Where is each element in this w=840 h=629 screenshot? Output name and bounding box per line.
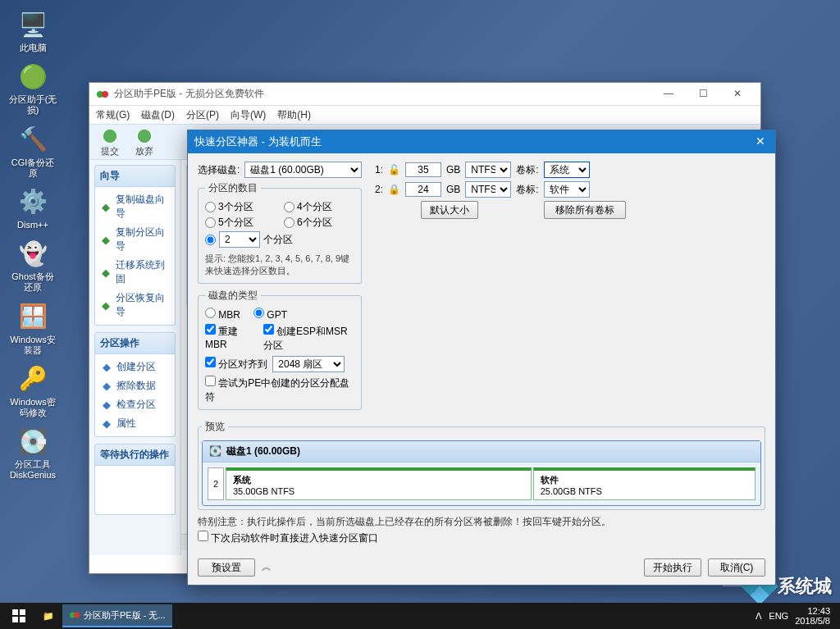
sidebar-group-wizard-title: 向导 <box>94 165 176 187</box>
checkbox-align[interactable]: 分区对齐到 <box>205 357 267 371</box>
sidebar-item[interactable]: ◆创建分区 <box>98 358 171 376</box>
lock-icon[interactable]: 🔒 <box>388 184 400 195</box>
desktop-icons: 🖥️此电脑🟢分区助手(无损)🔨CGI备份还原⚙️Dism++👻Ghost备份还原… <box>8 8 57 481</box>
close-button[interactable]: ✕ <box>721 85 754 103</box>
sidebar-item-icon: ◆ <box>100 233 112 246</box>
svg-rect-5 <box>20 609 25 615</box>
tray-time: 12:43 <box>795 606 830 616</box>
radio-mbr[interactable]: MBR <box>205 308 240 321</box>
desktop-icon-1[interactable]: 🟢分区助手(无损) <box>8 60 57 116</box>
preset-button[interactable]: 预设置 <box>198 558 255 577</box>
partition-2-size-input[interactable] <box>405 182 441 197</box>
sidebar-item[interactable]: ◆迁移系统到固 <box>98 256 171 289</box>
dialog-title: 快速分区神器 - 为装机而生 <box>194 134 752 149</box>
sidebar-group-partition-title: 分区操作 <box>94 332 176 354</box>
sidebar-item-label: 擦除数据 <box>116 379 156 393</box>
sidebar-item-label: 分区恢复向导 <box>116 291 170 319</box>
sidebar-item[interactable]: ◆擦除数据 <box>98 376 171 395</box>
svg-point-2 <box>103 129 117 144</box>
checkbox-auto-open[interactable]: 下次启动软件时直接进入快速分区窗口 <box>198 532 378 544</box>
sidebar-item[interactable]: ◆复制磁盘向导 <box>98 190 171 223</box>
align-value-select[interactable]: 2048 扇区 <box>272 356 345 372</box>
dialog-close-button[interactable]: ✕ <box>752 134 769 149</box>
menu-item-0[interactable]: 常规(G) <box>96 108 130 122</box>
start-button[interactable]: 开始执行 <box>644 558 701 577</box>
partition-1-label-select[interactable]: 系统 <box>544 162 590 178</box>
sidebar-group-pending-title: 等待执行的操作 <box>94 444 176 466</box>
preview-disk-header: 💽 磁盘1 (60.00GB) <box>203 441 760 463</box>
menubar: 常规(G)磁盘(D)分区(P)向导(W)帮助(H) <box>89 106 760 124</box>
partition-count-group: 分区的数目 3个分区 4个分区 5个分区 6个分区 2 个分区 提示: 您能按1… <box>198 181 362 284</box>
select-disk-label: 选择磁盘: <box>198 163 240 177</box>
svg-point-1 <box>102 91 108 98</box>
sidebar-item[interactable]: ◆分区恢复向导 <box>98 289 171 321</box>
sidebar-item[interactable]: ◆检查分区 <box>98 395 171 414</box>
partition-2-fs-select[interactable]: NTFS <box>465 181 511 198</box>
toolbar-commit-button[interactable]: 提交 <box>96 125 124 159</box>
checkbox-pe-drive[interactable]: 尝试为PE中创建的分区分配盘符 <box>205 377 349 403</box>
radio-6-partitions[interactable]: 6个分区 <box>284 216 354 230</box>
radio-custom-partitions[interactable]: 2 个分区 <box>205 231 354 248</box>
radio-gpt[interactable]: GPT <box>253 308 287 321</box>
start-button[interactable] <box>3 603 34 629</box>
tray-chevron-icon[interactable]: ᐱ <box>756 611 762 622</box>
default-size-button[interactable]: 默认大小 <box>421 201 478 219</box>
partition-1-fs-select[interactable]: NTFS <box>465 162 511 178</box>
tray-lang[interactable]: ENG <box>769 611 788 621</box>
app-icon <box>69 609 80 621</box>
sidebar-item-label: 复制磁盘向导 <box>116 193 170 221</box>
icon-image: 🔑 <box>16 362 49 395</box>
desktop-icon-6[interactable]: 🔑Windows密码修改 <box>8 362 57 418</box>
svg-point-3 <box>137 129 152 144</box>
icon-label: Dism++ <box>8 220 57 230</box>
icon-label: 分区助手(无损) <box>8 94 57 116</box>
partition-2-label-select[interactable]: 软件 <box>544 181 590 198</box>
select-disk-dropdown[interactable]: 磁盘1 (60.00GB) <box>244 162 362 178</box>
desktop-icon-5[interactable]: 🪟Windows安装器 <box>8 300 57 356</box>
sidebar-item-label: 检查分区 <box>116 398 156 412</box>
commit-icon <box>101 127 119 145</box>
cancel-button[interactable]: 取消(C) <box>708 558 765 577</box>
checkbox-create-esp-msr[interactable]: 创建ESP和MSR分区 <box>263 324 354 353</box>
radio-5-partitions[interactable]: 5个分区 <box>205 216 276 230</box>
sidebar-item-label: 属性 <box>116 417 136 431</box>
menu-item-1[interactable]: 磁盘(D) <box>141 108 175 122</box>
dialog-titlebar: 快速分区神器 - 为装机而生 ✕ <box>188 130 775 153</box>
desktop-icon-2[interactable]: 🔨CGI备份还原 <box>8 123 57 179</box>
sidebar-item[interactable]: ◆属性 <box>98 414 171 433</box>
minimize-button[interactable]: — <box>652 85 685 103</box>
icon-image: 🖥️ <box>16 8 49 41</box>
icon-image: 👻 <box>16 237 49 270</box>
lock-icon[interactable]: 🔓 <box>388 164 400 175</box>
icon-label: CGI备份还原 <box>8 157 57 179</box>
radio-3-partitions[interactable]: 3个分区 <box>205 200 276 214</box>
icon-label: Windows密码修改 <box>8 397 57 418</box>
menu-item-2[interactable]: 分区(P) <box>186 108 219 122</box>
expand-icon[interactable]: ︽ <box>262 560 272 574</box>
remove-labels-button[interactable]: 移除所有卷标 <box>544 201 626 219</box>
sidebar-item-icon: ◆ <box>100 380 113 393</box>
desktop-icon-0[interactable]: 🖥️此电脑 <box>8 8 57 53</box>
menu-item-4[interactable]: 帮助(H) <box>277 108 311 122</box>
menu-item-3[interactable]: 向导(W) <box>231 108 266 122</box>
taskbar-explorer[interactable]: 📁 <box>36 604 61 627</box>
toolbar-discard-button[interactable]: 放弃 <box>130 125 158 159</box>
desktop-icon-7[interactable]: 💽分区工具DiskGenius <box>8 425 57 481</box>
app-icon <box>96 88 109 101</box>
system-tray: ᐱ ENG 12:43 2018/5/8 <box>756 606 837 626</box>
sidebar-item-icon: ◆ <box>100 361 113 374</box>
maximize-button[interactable]: ☐ <box>687 85 719 103</box>
radio-4-partitions[interactable]: 4个分区 <box>284 200 354 214</box>
checkbox-rebuild-mbr[interactable]: 重建MBR <box>205 324 253 353</box>
desktop-icon-4[interactable]: 👻Ghost备份还原 <box>8 237 57 293</box>
icon-image: 💽 <box>16 425 49 458</box>
svg-rect-4 <box>12 609 18 615</box>
tray-date: 2018/5/8 <box>795 616 830 626</box>
sidebar-item[interactable]: ◆复制分区向导 <box>98 223 171 256</box>
custom-count-select[interactable]: 2 <box>219 231 260 248</box>
desktop-icon-3[interactable]: ⚙️Dism++ <box>8 185 57 230</box>
disk-type-group: 磁盘的类型 MBR GPT 重建MBR 创建ESP和MSR分区 分区对齐到 20… <box>198 289 362 410</box>
partition-1-size-input[interactable] <box>405 162 441 177</box>
taskbar-app[interactable]: 分区助手PE版 - 无... <box>62 604 172 627</box>
icon-image: 🟢 <box>16 60 49 93</box>
